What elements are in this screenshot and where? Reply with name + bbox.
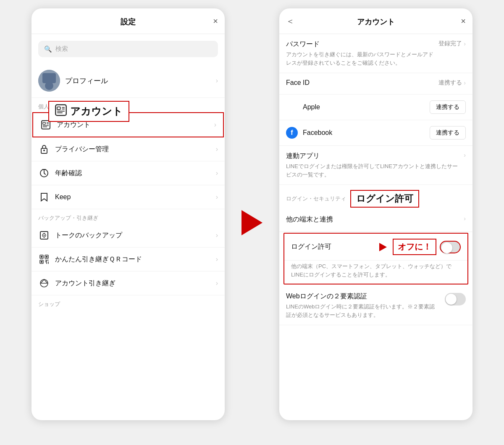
facebook-icon: f — [286, 127, 298, 139]
web-login-row: Webログインの２要素認証 LINEのWebログイン時に２要素認証を行います。※… — [279, 285, 472, 325]
apple-connect-button[interactable]: 連携する — [430, 100, 466, 114]
renren-arrow: › — [464, 152, 466, 158]
faceid-action: 連携する › — [438, 79, 466, 87]
svg-point-2 — [45, 82, 53, 90]
privacy-arrow: › — [216, 145, 218, 153]
keep-label: Keep — [55, 193, 216, 201]
left-close-button[interactable]: × — [213, 16, 218, 26]
right-panel: ＜ アカウント × パスワード アカウントを引き継ぐには、最新のパスワードとメー… — [279, 8, 472, 420]
section-backup-label: バックアップ・引き継ぎ — [32, 209, 225, 224]
keep-icon — [38, 191, 50, 203]
menu-item-keep[interactable]: Keep › — [32, 185, 225, 209]
svg-point-16 — [43, 150, 45, 151]
profile-arrow: › — [216, 77, 218, 84]
faceid-title: Face ID — [286, 79, 435, 87]
qr-icon — [38, 253, 50, 265]
search-box[interactable]: 🔍 検索 — [38, 41, 218, 57]
menu-item-age[interactable]: 年齢確認 › — [32, 161, 225, 185]
login-security-section: ログイン・セキュリティ ログイン許可 — [279, 185, 472, 209]
age-label: 年齢確認 — [55, 169, 216, 178]
search-placeholder: 検索 — [55, 45, 68, 53]
backup-icon — [38, 229, 50, 241]
menu-item-transfer[interactable]: アカウント引き継ぎ › — [32, 271, 225, 295]
faceid-row[interactable]: Face ID 連携する › — [279, 73, 472, 95]
other-device-arrow: › — [464, 215, 466, 222]
svg-rect-10 — [57, 107, 60, 109]
privacy-icon — [38, 143, 50, 155]
section-shop-label: ショップ — [32, 295, 225, 310]
left-header: 設定 × — [32, 8, 225, 34]
back-button[interactable]: ＜ — [286, 16, 294, 27]
off-annotation: オフに！ — [377, 239, 461, 255]
transfer-label: アカウント引き継ぎ — [55, 279, 216, 288]
login-permit-toggle[interactable] — [440, 241, 461, 253]
profile-name: プロフィール — [65, 76, 211, 86]
profile-row[interactable]: プロフィール › — [32, 64, 225, 98]
svg-rect-4 — [43, 122, 45, 124]
login-permit-row: ログイン許可 オフに！ — [284, 234, 467, 261]
avatar — [38, 70, 60, 92]
web-login-desc: LINEのWebログイン時に２要素認証を行います。※２要素認証が必須となるサービ… — [286, 303, 440, 319]
transition-arrow — [242, 210, 262, 235]
facebook-row[interactable]: f Facebook 連携する — [279, 120, 472, 146]
off-label: オフに！ — [393, 239, 436, 255]
other-device-title: 他の端末と連携 — [286, 215, 460, 224]
age-arrow: › — [216, 169, 218, 177]
age-icon — [38, 167, 50, 179]
apple-row[interactable]: Apple 連携する — [279, 95, 472, 120]
menu-item-talk-backup[interactable]: トークのバックアップ › — [32, 224, 225, 248]
login-permit-desc: 他の端末（PC、スマートフォン、タブレット、ウォッチなど）でLINEにログインす… — [284, 261, 467, 284]
annotation-icon — [55, 104, 67, 118]
renren-title: 連動アプリ — [286, 152, 460, 161]
login-permit-annotation: ログイン許可 — [350, 190, 419, 208]
svg-rect-28 — [41, 261, 42, 263]
transfer-icon — [38, 277, 50, 289]
facebook-connect-button[interactable]: 連携する — [430, 126, 466, 140]
qr-label: かんたん引き継ぎＱＲコード — [55, 255, 216, 264]
qr-arrow: › — [216, 255, 218, 263]
backup-arrow: › — [216, 232, 218, 239]
big-arrow-icon — [242, 210, 262, 235]
svg-rect-26 — [41, 256, 42, 258]
left-panel: 設定 × 🔍 検索 プロフィール › 個人情報 — [32, 8, 225, 420]
annotation-label: アカウント — [70, 105, 123, 118]
off-arrow-icon — [379, 243, 387, 251]
menu-item-privacy[interactable]: プライバシー管理 › — [32, 137, 225, 161]
other-device-row[interactable]: 他の端末と連携 › — [279, 209, 472, 232]
web-login-content: Webログインの２要素認証 LINEのWebログイン時に２要素認証を行います。※… — [286, 292, 440, 319]
login-permit-section: ログイン許可 オフに！ 他の端末（PC、スマートフォン、タブレット、ウォッチなど… — [284, 233, 468, 284]
web-login-toggle[interactable] — [445, 293, 466, 305]
annotation-box: アカウント — [48, 101, 129, 122]
password-action: 登録完了 › — [438, 40, 466, 47]
web-login-title: Webログインの２要素認証 — [286, 292, 440, 301]
password-desc: アカウントを引き継ぐには、最新のパスワードとメールアドレスが登録されていることを… — [286, 50, 435, 67]
other-device-action: › — [464, 215, 466, 222]
renren-content: 連動アプリ LINEでログインまたは権限を許可してLINEアカウントと連携したサ… — [286, 152, 460, 179]
facebook-label: Facebook — [303, 129, 426, 137]
right-header-title: アカウント — [357, 17, 395, 27]
other-device-content: 他の端末と連携 — [286, 215, 460, 226]
menu-item-qr[interactable]: かんたん引き継ぎＱＲコード › — [32, 248, 225, 271]
svg-rect-27 — [46, 256, 47, 258]
renren-row[interactable]: 連動アプリ LINEでログインまたは権限を許可してLINEアカウントと連携したサ… — [279, 146, 472, 185]
right-close-button[interactable]: × — [461, 16, 466, 26]
password-arrow: › — [464, 40, 466, 47]
transfer-arrow: › — [216, 279, 218, 287]
login-permit-label: ログイン許可 — [291, 242, 377, 251]
password-status: 登録完了 — [438, 40, 462, 47]
account-arrow: › — [214, 121, 216, 129]
section-login-label: ログイン・セキュリティ — [286, 195, 346, 203]
svg-point-20 — [44, 235, 45, 236]
right-header: ＜ アカウント × — [279, 8, 472, 34]
search-icon: 🔍 — [44, 45, 52, 53]
renren-action: › — [464, 152, 466, 158]
apple-icon — [286, 101, 298, 113]
backup-label: トークのバックアップ — [55, 231, 216, 240]
password-row[interactable]: パスワード アカウントを引き継ぐには、最新のパスワードとメールアドレスが登録され… — [279, 34, 472, 73]
apple-label: Apple — [303, 103, 426, 111]
password-title: パスワード — [286, 40, 435, 49]
svg-rect-9 — [55, 105, 66, 115]
faceid-content: Face ID — [286, 79, 435, 88]
left-header-title: 設定 — [121, 17, 136, 27]
faceid-status: 連携する — [438, 79, 462, 87]
